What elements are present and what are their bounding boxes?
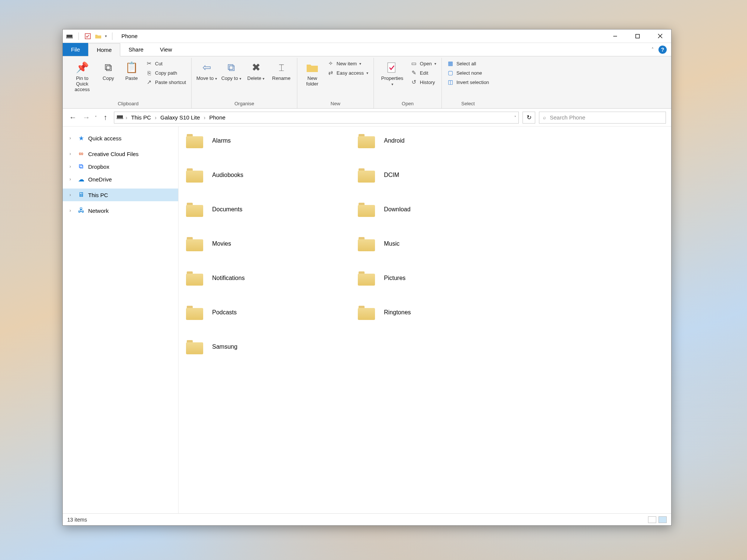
breadcrumb-item[interactable]: Phone: [208, 114, 227, 121]
paste-button[interactable]: 📋 Paste: [121, 59, 142, 83]
sidebar-item-quick-access[interactable]: › ★ Quick access: [63, 132, 178, 144]
tab-view[interactable]: View: [152, 43, 180, 56]
paste-shortcut-button[interactable]: ↗Paste shortcut: [144, 78, 187, 86]
folder-icon: [186, 133, 203, 148]
chevron-right-icon[interactable]: ›: [69, 208, 74, 213]
chevron-right-icon[interactable]: ›: [125, 114, 128, 121]
folder-icon: [358, 168, 375, 183]
edit-button[interactable]: ✎Edit: [409, 69, 438, 77]
sidebar-icon: ⧉: [77, 163, 85, 170]
properties-button[interactable]: Properties▾: [378, 59, 407, 88]
status-bar: 13 items: [63, 513, 671, 525]
forward-button[interactable]: →: [81, 113, 91, 122]
recent-locations-button[interactable]: ˅: [95, 115, 97, 119]
new-item-button[interactable]: ✧New item ▾: [326, 59, 370, 68]
open-button[interactable]: ▭Open ▾: [409, 59, 438, 68]
breadcrumb-item[interactable]: Galaxy S10 Lite: [159, 114, 201, 121]
cut-button[interactable]: ✂Cut: [144, 59, 187, 68]
tab-file[interactable]: File: [63, 43, 88, 56]
select-none-icon: ▢: [447, 69, 454, 76]
folder-item[interactable]: Download: [358, 202, 522, 217]
chevron-right-icon[interactable]: ›: [69, 151, 74, 156]
folder-item[interactable]: DCIM: [358, 168, 522, 183]
label: History: [420, 80, 435, 85]
group-label: Organise: [195, 100, 293, 108]
folder-item[interactable]: Alarms: [186, 133, 350, 148]
copy-to-button[interactable]: ⧉ Copy to ▾: [220, 59, 242, 83]
tab-home[interactable]: Home: [88, 43, 120, 56]
folder-item[interactable]: Audiobooks: [186, 168, 350, 183]
folder-qat-icon[interactable]: [94, 33, 102, 39]
folder-item[interactable]: Notifications: [186, 271, 350, 286]
folder-item[interactable]: Ringtones: [358, 305, 522, 320]
copy-path-button[interactable]: ⎘Copy path: [144, 69, 187, 77]
collapse-ribbon-icon[interactable]: ˄: [651, 47, 654, 52]
folder-item[interactable]: Documents: [186, 202, 350, 217]
label: Delete ▾: [247, 76, 264, 81]
chevron-right-icon[interactable]: ›: [69, 192, 74, 197]
chevron-right-icon[interactable]: ›: [203, 114, 206, 121]
easy-access-button[interactable]: ⇄Easy access ▾: [326, 69, 370, 77]
folder-icon: [358, 271, 375, 286]
chevron-right-icon[interactable]: ›: [154, 114, 157, 121]
folder-icon: [186, 168, 203, 183]
address-bar[interactable]: › This PC › Galaxy S10 Lite › Phone ˅: [114, 112, 519, 124]
sidebar-item-dropbox[interactable]: › ⧉ Dropbox: [63, 160, 178, 173]
sidebar-item-this-pc[interactable]: › 🖥 This PC: [63, 189, 178, 201]
chevron-right-icon[interactable]: ›: [69, 177, 74, 182]
address-dropdown-icon[interactable]: ˅: [514, 115, 516, 119]
label: Copy path: [155, 70, 177, 76]
folder-icon: [358, 236, 375, 251]
close-button[interactable]: [649, 29, 671, 43]
help-icon[interactable]: ?: [658, 46, 667, 54]
window-controls: [604, 29, 671, 43]
folder-item[interactable]: Movies: [186, 236, 350, 251]
sidebar-item-onedrive[interactable]: › ☁ OneDrive: [63, 173, 178, 186]
minimize-button[interactable]: [604, 29, 626, 43]
folder-item[interactable]: Podcasts: [186, 305, 350, 320]
folder-item[interactable]: Music: [358, 236, 522, 251]
folder-icon: [186, 305, 203, 320]
up-button[interactable]: ↑: [100, 113, 110, 122]
move-icon: ⇦: [200, 61, 213, 74]
select-all-button[interactable]: ▦Select all: [446, 59, 490, 68]
move-to-button[interactable]: ⇦ Move to ▾: [195, 59, 218, 83]
maximize-button[interactable]: [626, 29, 649, 43]
invert-selection-button[interactable]: ◫Invert selection: [446, 78, 490, 86]
breadcrumb-item[interactable]: This PC: [130, 114, 152, 121]
explorer-window: ▾ Phone File Home Share View ˄ ? 📌 Pin t…: [62, 29, 672, 526]
chevron-right-icon[interactable]: ›: [69, 164, 74, 169]
tab-share[interactable]: Share: [120, 43, 152, 56]
window-title: Phone: [121, 33, 137, 39]
easy-access-icon: ⇄: [327, 69, 334, 76]
sidebar-item-creative-cloud-files[interactable]: › ∞ Creative Cloud Files: [63, 147, 178, 160]
delete-icon: ✖: [249, 61, 263, 74]
delete-button[interactable]: ✖ Delete ▾: [245, 59, 267, 83]
sidebar-item-network[interactable]: › 🖧 Network: [63, 204, 178, 217]
folder-item[interactable]: Samsung: [186, 339, 350, 354]
rename-button[interactable]: ⌶ Rename: [269, 59, 293, 83]
search-box[interactable]: ⌕: [539, 112, 666, 124]
copy-button[interactable]: ⧉ Copy: [98, 59, 119, 83]
label: Copy: [103, 76, 114, 81]
rename-icon: ⌶: [275, 61, 288, 74]
properties-qat-icon[interactable]: [84, 33, 92, 39]
new-folder-button[interactable]: New folder: [301, 59, 323, 88]
details-view-button[interactable]: [648, 516, 656, 523]
folder-item[interactable]: Android: [358, 133, 522, 148]
chevron-right-icon[interactable]: ›: [69, 136, 74, 141]
pin-to-quick-access-button[interactable]: 📌 Pin to Quick access: [69, 59, 96, 94]
folder-item[interactable]: Pictures: [358, 271, 522, 286]
folder-icon: [358, 305, 375, 320]
back-button[interactable]: ←: [68, 113, 78, 122]
search-icon: ⌕: [543, 115, 546, 120]
qat-dropdown-icon[interactable]: ▾: [105, 34, 107, 38]
history-button[interactable]: ↺History: [409, 78, 438, 86]
group-label: New: [301, 100, 370, 108]
content-pane[interactable]: Alarms Android Audiobooks DCIM Documents…: [179, 127, 671, 513]
select-none-button[interactable]: ▢Select none: [446, 69, 490, 77]
label: Paste shortcut: [155, 80, 186, 85]
search-input[interactable]: [550, 114, 662, 121]
large-icons-view-button[interactable]: [658, 516, 667, 523]
refresh-button[interactable]: ↻: [523, 112, 535, 124]
